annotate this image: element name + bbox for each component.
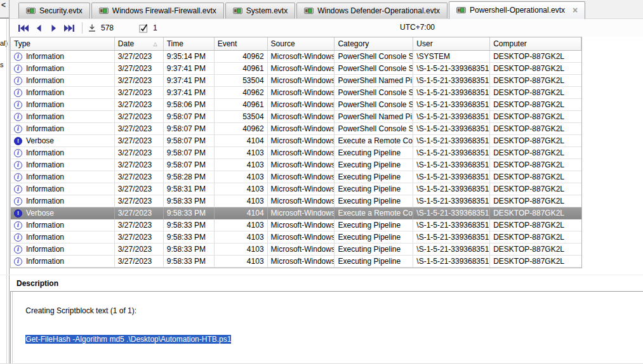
column-header-computer[interactable]: Computer [490, 37, 581, 50]
file-tab[interactable]: Windows Defender-Operational.evtx [296, 3, 447, 18]
cell-user: \S-1-5-21-339368351 [413, 111, 490, 123]
left-panel-collapsed[interactable]: < al) s [0, 0, 10, 364]
file-tab[interactable]: System.evtx [225, 3, 295, 18]
last-record-button[interactable] [62, 22, 77, 34]
sort-ascending-icon: △ [154, 41, 160, 47]
cell-date: 3/27/2023 [115, 51, 164, 63]
column-header-source[interactable]: Source [268, 37, 335, 50]
close-tab-icon[interactable]: × [573, 5, 578, 15]
cell-event-id: 40962 [215, 87, 268, 99]
cell-date: 3/27/2023 [115, 256, 164, 268]
cell-user: \S-1-5-21-339368351 [413, 63, 490, 75]
column-header-time[interactable]: Time [164, 37, 215, 50]
table-row[interactable]: i Information 3/27/2023 9:58:28 PM 4103 … [11, 171, 581, 183]
next-record-button[interactable] [46, 22, 62, 34]
cell-event-id: 40961 [215, 99, 268, 111]
evtx-file-icon [99, 7, 109, 15]
cell-category: Executing Pipeline [335, 219, 413, 231]
event-level-label: Information [26, 257, 64, 266]
cell-type: i Information [11, 99, 115, 111]
description-panel[interactable]: Creating Scriptblock text (1 of 1): Get-… [10, 291, 643, 364]
column-header-type[interactable]: Type [11, 37, 115, 50]
collapse-panel-icon[interactable]: < [1, 1, 6, 10]
cell-category: PowerShell Named Pip [335, 111, 413, 123]
cell-source: Microsoft-Windows [268, 183, 335, 195]
cell-user: \S-1-5-21-339368351 [413, 207, 490, 219]
cell-computer: DESKTOP-887GK2L [490, 63, 581, 75]
file-tab[interactable]: Powershell-Operational.evtx × [449, 1, 585, 19]
event-level-icon: i [14, 185, 22, 193]
column-header-event[interactable]: Event [215, 37, 268, 50]
cell-category: Executing Pipeline [335, 171, 413, 183]
cell-category: Execute a Remote Co [335, 135, 413, 147]
table-row[interactable]: i Information 3/27/2023 9:58:33 PM 4103 … [11, 244, 581, 256]
cell-event-id: 4103 [215, 256, 268, 268]
cell-time: 9:58:07 PM [164, 123, 215, 135]
table-row[interactable]: i Information 3/27/2023 9:58:33 PM 4103 … [11, 219, 581, 231]
evtx-file-icon [26, 7, 36, 15]
table-row[interactable]: i Information 3/27/2023 9:58:33 PM 4103 … [11, 195, 581, 207]
event-level-label: Information [26, 160, 64, 169]
cell-type: i Information [11, 171, 115, 183]
cell-date: 3/27/2023 [115, 99, 164, 111]
cell-event-id: 53504 [215, 75, 268, 87]
column-header-user[interactable]: User [413, 37, 490, 50]
table-row[interactable]: i Information 3/27/2023 9:58:31 PM 4103 … [11, 183, 581, 195]
event-level-label: Information [26, 172, 64, 181]
cell-type: i Information [11, 87, 115, 99]
evtx-file-icon [456, 6, 466, 14]
cell-time: 9:58:07 PM [164, 147, 215, 159]
load-events-button[interactable]: 578 [88, 23, 114, 32]
cell-type: i Information [11, 147, 115, 159]
file-tab[interactable]: Windows Firewall-Firewall.evtx [91, 3, 224, 18]
event-level-icon: i [14, 197, 22, 205]
first-record-button[interactable] [16, 22, 31, 34]
left-panel-clipped-text: al) [0, 39, 8, 47]
table-row[interactable]: i Information 3/27/2023 9:58:06 PM 40961… [11, 99, 581, 111]
cell-user: \S-1-5-21-339368351 [413, 256, 490, 268]
column-header-date[interactable]: Date△ [115, 37, 164, 50]
table-row[interactable]: i Information 3/27/2023 9:58:07 PM 4103 … [11, 147, 581, 159]
event-level-label: Information [26, 100, 64, 109]
table-row[interactable]: ! Verbose 3/27/2023 9:58:33 PM 4104 Micr… [11, 207, 581, 219]
cell-type: i Information [11, 111, 115, 123]
file-tab-label: Powershell-Operational.evtx [470, 6, 565, 15]
table-header: Type Date△ Time Event Source Category Us… [11, 37, 581, 51]
next-record-icon [50, 24, 58, 32]
table-row[interactable]: i Information 3/27/2023 9:58:07 PM 53504… [11, 111, 581, 123]
event-level-icon: i [14, 233, 22, 242]
column-header-category[interactable]: Category [335, 37, 413, 50]
cell-computer: DESKTOP-887GK2L [490, 51, 581, 63]
description-line-text: Creating Scriptblock text (1 of 1): [25, 306, 136, 315]
cell-date: 3/27/2023 [115, 231, 164, 244]
event-level-label: Information [26, 64, 64, 73]
table-row[interactable]: i Information 3/27/2023 9:37:41 PM 53504… [11, 75, 581, 87]
table-row[interactable]: i Information 3/27/2023 9:37:41 PM 40962… [11, 87, 581, 99]
description-line: Creating Scriptblock text (1 of 1): [17, 297, 643, 325]
table-row[interactable]: i Information 3/27/2023 9:35:14 PM 40962… [11, 51, 581, 63]
checked-events-count: 1 [153, 23, 157, 32]
table-row[interactable]: i Information 3/27/2023 9:58:07 PM 40962… [11, 123, 581, 135]
cell-type: i Information [11, 244, 115, 256]
file-tab[interactable]: Security.evtx [18, 3, 90, 18]
panel-splitter[interactable] [0, 275, 643, 275]
cell-date: 3/27/2023 [115, 207, 164, 219]
cell-event-id: 4103 [215, 231, 268, 244]
cell-source: Microsoft-Windows [268, 111, 335, 123]
table-row[interactable]: i Information 3/27/2023 9:58:07 PM 4103 … [11, 159, 581, 171]
table-row[interactable]: i Information 3/27/2023 9:37:41 PM 40961… [11, 63, 581, 75]
cell-source: Microsoft-Windows [268, 207, 335, 219]
cell-user: \S-1-5-21-339368351 [413, 135, 490, 147]
cell-event-id: 4103 [215, 244, 268, 256]
table-row[interactable]: ! Verbose 3/27/2023 9:58:07 PM 4104 Micr… [11, 135, 581, 147]
table-row[interactable]: i Information 3/27/2023 9:58:33 PM 4103 … [11, 256, 581, 268]
event-level-icon: i [14, 125, 22, 133]
cell-user: \S-1-5-21-339368351 [413, 159, 490, 171]
cell-date: 3/27/2023 [115, 183, 164, 195]
event-level-icon: i [14, 173, 22, 181]
event-level-label: Information [26, 185, 64, 193]
previous-record-button[interactable] [31, 22, 46, 34]
cell-time: 9:58:28 PM [164, 171, 215, 183]
checked-events-button[interactable]: 1 [139, 23, 157, 33]
table-row[interactable]: i Information 3/27/2023 9:58:33 PM 4103 … [11, 231, 581, 244]
